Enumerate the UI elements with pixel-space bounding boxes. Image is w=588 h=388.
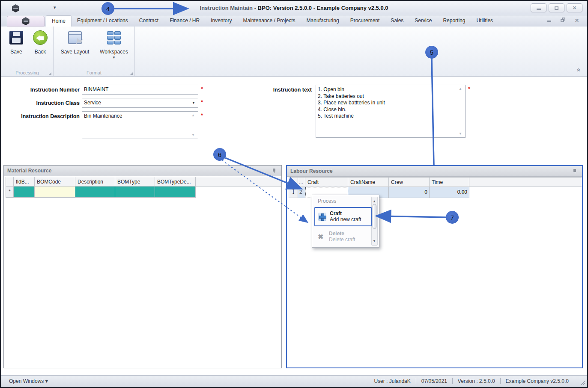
app-logo-icon (22, 17, 30, 25)
ribbon: Save Back Processing Save Layout Workspa… (1, 27, 587, 77)
save-button[interactable]: Save (4, 29, 29, 55)
dialog-launcher-icon[interactable] (49, 72, 51, 75)
column-header-indicator (289, 178, 298, 187)
callout-5: 5 (425, 46, 438, 59)
cell-time[interactable]: 0.00 (430, 187, 469, 198)
callout-4: 4 (101, 2, 114, 15)
save-layout-label: Save Layout (58, 49, 92, 55)
open-windows-label: Open Windows (9, 378, 44, 384)
instruction-description-textarea[interactable]: Bin Maintenance (82, 111, 198, 139)
column-header-fldb[interactable]: fldB... (14, 177, 35, 186)
scroll-up-icon[interactable]: ▲ (459, 87, 462, 91)
column-header-time[interactable]: Time (430, 178, 469, 187)
dialog-launcher-icon[interactable] (130, 72, 133, 75)
column-header-craft[interactable]: Craft (305, 178, 348, 187)
required-marker: * (468, 86, 470, 92)
material-new-row[interactable]: * (6, 187, 281, 198)
process-context-menu: Process ▲ ▼ Craft Add new craft ✖ Delete… (312, 195, 379, 248)
pin-icon[interactable] (573, 169, 577, 174)
status-company: Example Company v2.5.0.0 (501, 378, 574, 384)
scroll-down-icon[interactable]: ▼ (191, 133, 195, 137)
tab-service[interactable]: Service (409, 15, 437, 27)
menu-item-subtitle: Delete craft (329, 237, 355, 243)
scroll-up-icon[interactable]: ▲ (191, 113, 195, 117)
mdi-minimize-button[interactable] (547, 21, 551, 22)
column-header-crew[interactable]: Crew (389, 178, 430, 187)
instruction-description-label: Instruction Description (6, 113, 80, 119)
instruction-text-textarea[interactable]: 1. Open bin 2. Take batteries out 3. Pla… (316, 85, 466, 138)
context-menu-scrollbar[interactable]: ▲ ▼ (371, 197, 378, 246)
material-resource-grid: fldB... BOMCode Description BOMType BOMT… (6, 177, 281, 198)
group-caption-processing: Processing (1, 70, 53, 75)
cell-bomtypede[interactable] (155, 187, 196, 198)
back-button[interactable]: Back (28, 29, 53, 55)
scroll-down-icon[interactable]: ▼ (373, 239, 376, 243)
workspaces-label: Workspaces (96, 49, 131, 55)
column-header-description[interactable]: Description (75, 177, 115, 186)
tab-inventory[interactable]: Inventory (205, 15, 237, 27)
cell-crew[interactable]: 0 (389, 187, 430, 198)
instruction-class-dropdown-icon[interactable]: ▼ (192, 101, 195, 105)
scrollbar-thumb[interactable] (373, 204, 376, 229)
pin-icon[interactable] (272, 169, 276, 173)
scroll-down-icon[interactable]: ▼ (459, 132, 462, 136)
menu-item-add-craft[interactable]: Craft Add new craft (314, 207, 372, 226)
instruction-number-label: Instruction Number (10, 87, 80, 93)
tab-maintenance-projects[interactable]: Maintenance / Projects (238, 15, 301, 27)
workspaces-dropdown-icon: ▼ (96, 56, 131, 59)
window-title-focus: Instruction Maintain (200, 5, 253, 11)
maximize-button[interactable] (549, 3, 564, 12)
mdi-restore-button[interactable] (561, 18, 565, 22)
ribbon-collapse-icon[interactable]: « (575, 68, 582, 71)
save-layout-button[interactable]: Save Layout (58, 29, 92, 55)
tab-reporting[interactable]: Reporting (437, 15, 471, 27)
back-icon (33, 30, 48, 45)
cell-fldb[interactable] (14, 187, 35, 198)
required-marker: * (201, 99, 203, 105)
window-title: Instruction Maintain - BPO: Version 2.5.… (1, 5, 587, 11)
tab-home[interactable]: Home (46, 15, 72, 27)
column-header-bomtype[interactable]: BOMType (115, 177, 155, 186)
column-header-bomtypede[interactable]: BOMTypeDe... (155, 177, 196, 186)
open-windows-button[interactable]: Open Windows ▾ (9, 378, 48, 384)
menu-item-title: Craft (330, 210, 361, 216)
status-date: 07/05/2021 (416, 378, 452, 384)
minimize-button[interactable] (531, 3, 546, 12)
tab-procurement[interactable]: Procurement (345, 15, 385, 27)
tab-finance-hr[interactable]: Finance / HR (164, 15, 205, 27)
column-header-bomcode[interactable]: BOMCode (35, 177, 75, 186)
ribbon-group-format: Save Layout Workspaces ▼ Format (54, 27, 135, 76)
scroll-up-icon[interactable]: ▲ (373, 199, 376, 203)
tab-contract[interactable]: Contract (134, 15, 164, 27)
window-title-rest: - BPO: Version 2.5.0.0 - Example Company… (253, 5, 388, 11)
labour-resource-title: Labour Resource (290, 168, 333, 174)
mdi-close-button[interactable]: ✕ (575, 18, 579, 24)
close-button[interactable]: ✕ (567, 3, 582, 12)
column-header-craftname[interactable]: CraftName (348, 178, 389, 187)
tab-sales[interactable]: Sales (385, 15, 409, 27)
column-header-ellipsis[interactable]: ... (298, 178, 305, 187)
menu-item-delete-craft: ✖ Delete Delete craft (314, 229, 372, 249)
tab-equipment-locations[interactable]: Equipment / Locations (72, 15, 134, 27)
material-resource-header: Material Resource (4, 166, 281, 176)
cell-description[interactable] (75, 187, 115, 198)
instruction-class-combobox[interactable]: Service (82, 98, 198, 108)
workspaces-button[interactable]: Workspaces ▼ (96, 29, 131, 59)
column-header-filler (469, 178, 582, 187)
menu-item-subtitle: Add new craft (330, 216, 361, 222)
status-version: Version : 2.5.0.0 (453, 378, 500, 384)
instruction-number-input[interactable]: BINMAINT (82, 85, 198, 95)
app-window: ▾ Instruction Maintain - BPO: Version 2.… (0, 0, 588, 388)
tab-manufacturing[interactable]: Manufacturing (301, 15, 345, 27)
save-layout-icon (68, 31, 82, 44)
context-menu-header: Process (318, 198, 336, 204)
cell-bomtype[interactable] (115, 187, 155, 198)
callout-6: 6 (213, 148, 226, 161)
delete-x-icon: ✖ (318, 233, 323, 240)
cell-bomcode[interactable] (35, 187, 75, 198)
cell-ellipsis[interactable]: 2 (298, 187, 305, 198)
resize-grip[interactable] (581, 381, 585, 385)
tab-utilities[interactable]: Utilities (471, 15, 498, 27)
ribbon-tab-row: Home Equipment / Locations Contract Fina… (1, 15, 587, 27)
application-button[interactable] (7, 16, 45, 27)
